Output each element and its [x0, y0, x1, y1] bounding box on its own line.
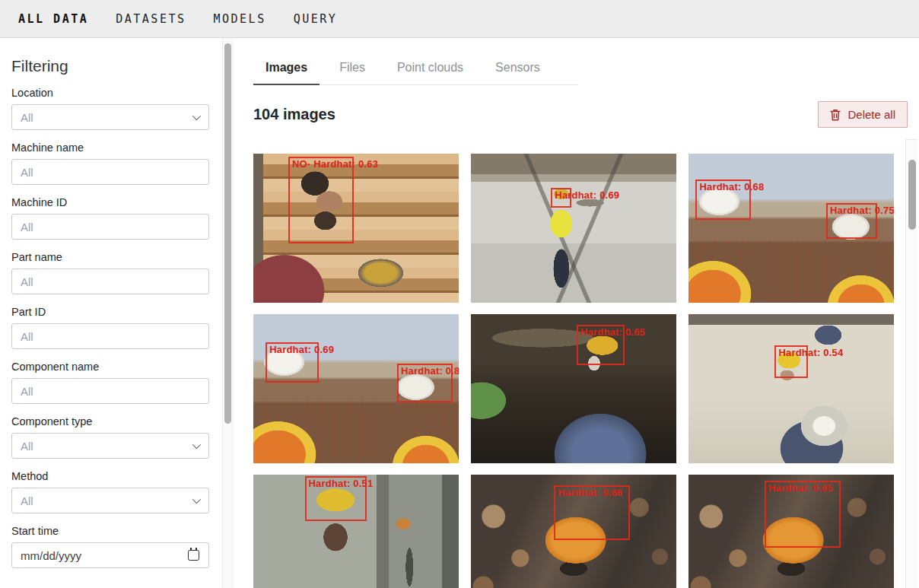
chevron-down-icon [192, 440, 201, 449]
nav-item-query[interactable]: QUERY [294, 12, 338, 26]
detection-label: Hardhat: 0.65 [580, 326, 645, 338]
grid-header: 104 images Delete all [253, 101, 908, 128]
image-count: 104 images [253, 106, 335, 123]
detection-label: Hardhat: 0.65 [768, 482, 833, 494]
detection-bbox: Hardhat: 0.75 [826, 203, 878, 239]
delete-all-label: Delete all [847, 108, 895, 121]
filter-label: Component name [11, 360, 210, 373]
top-nav: ALL DATA DATASETS MODELS QUERY [0, 0, 919, 38]
sidebar-scrollbar-thumb[interactable] [224, 43, 231, 424]
calendar-icon[interactable] [188, 550, 199, 561]
method-select[interactable]: All [11, 488, 209, 513]
main-scrollbar[interactable] [905, 139, 917, 588]
image-card[interactable]: Hardhat: 0.69 [471, 154, 676, 303]
machine-name-input[interactable] [11, 159, 209, 185]
detection-bbox: NO- Hardhat: 0.63 [288, 157, 354, 243]
detection-label: Hardhat: 0.69 [555, 189, 619, 201]
detection-bbox: Hardhat: 0.51 [305, 476, 367, 521]
part-name-input[interactable] [11, 269, 209, 294]
detection-bbox: Hardhat: 0.69 [266, 342, 319, 383]
tab-files[interactable]: Files [327, 61, 377, 85]
image-card[interactable]: Hardhat: 0.65 [688, 475, 894, 588]
filter-location: Location All [11, 86, 210, 130]
select-value: All [21, 494, 33, 507]
main-content: Images Files Point clouds Sensors 104 im… [236, 38, 919, 588]
tab-images[interactable]: Images [253, 61, 320, 85]
image-card[interactable]: NO- Hardhat: 0.63 [253, 154, 459, 303]
filter-machine-name: Machine name [11, 141, 210, 185]
detection-bbox: Hardhat: 0.54 [774, 345, 807, 378]
select-value: All [21, 440, 33, 453]
location-select[interactable]: All [11, 104, 209, 130]
detection-label: Hardhat: 0.54 [778, 347, 843, 358]
filter-label: Component type [11, 415, 210, 428]
image-card[interactable]: Hardhat: 0.65 [471, 314, 676, 463]
detection-label: Hardhat: 0.81 [401, 365, 459, 377]
image-card[interactable]: Hardhat: 0.68Hardhat: 0.75 [688, 154, 894, 303]
part-id-input[interactable] [11, 323, 209, 349]
filter-label: Method [11, 469, 210, 483]
detection-label: Hardhat: 0.51 [309, 478, 374, 489]
detection-bbox: Hardhat: 0.65 [577, 325, 625, 365]
filter-start-time: Start time mm/dd/yyyy [11, 524, 210, 568]
trash-icon [830, 109, 841, 121]
filter-component-type: Component type All [11, 415, 210, 459]
nav-item-all-data[interactable]: ALL DATA [18, 12, 88, 26]
filter-label: Part ID [11, 305, 210, 319]
detection-bbox: Hardhat: 0.66 [554, 485, 630, 541]
chevron-down-icon [192, 495, 201, 504]
filter-part-id: Part ID [11, 305, 210, 349]
filter-sidebar: Filtering Location All Machine name Mach… [0, 38, 222, 588]
main-scrollbar-thumb[interactable] [908, 160, 916, 230]
detection-label: NO- Hardhat: 0.63 [292, 158, 378, 170]
detection-label: Hardhat: 0.69 [269, 344, 334, 355]
detection-label: Hardhat: 0.68 [699, 181, 764, 192]
component-name-input[interactable] [11, 378, 209, 404]
machine-id-input[interactable] [11, 214, 209, 240]
filter-label: Start time [11, 524, 210, 538]
component-type-select[interactable]: All [11, 433, 209, 459]
select-value: All [21, 111, 33, 124]
image-card[interactable]: Hardhat: 0.51 [253, 475, 459, 588]
chevron-down-icon [192, 112, 201, 120]
start-time-input[interactable]: mm/dd/yyyy [11, 542, 209, 568]
nav-item-models[interactable]: MODELS [214, 12, 266, 26]
image-grid: NO- Hardhat: 0.63Hardhat: 0.69Hardhat: 0… [253, 154, 908, 588]
tab-sensors[interactable]: Sensors [483, 61, 552, 85]
detection-bbox: Hardhat: 0.68 [695, 180, 751, 220]
detection-bbox: Hardhat: 0.65 [765, 481, 841, 548]
tab-bar: Images Files Point clouds Sensors [253, 61, 578, 85]
detection-bbox: Hardhat: 0.81 [397, 364, 453, 402]
tab-point-clouds[interactable]: Point clouds [385, 61, 475, 85]
filter-label: Location [11, 86, 210, 100]
filter-machine-id: Machine ID [11, 195, 210, 240]
image-card[interactable]: Hardhat: 0.54 [688, 314, 894, 463]
detection-label: Hardhat: 0.66 [558, 487, 622, 498]
image-card[interactable]: Hardhat: 0.66 [471, 475, 676, 588]
detection-bbox: Hardhat: 0.69 [551, 188, 571, 207]
nav-item-datasets[interactable]: DATASETS [116, 12, 186, 26]
date-placeholder: mm/dd/yyyy [21, 549, 81, 562]
image-card[interactable]: Hardhat: 0.69Hardhat: 0.81 [253, 314, 459, 463]
detection-label: Hardhat: 0.75 [830, 205, 894, 216]
sidebar-scrollbar[interactable] [222, 38, 233, 588]
filter-label: Machine name [11, 141, 210, 154]
delete-all-button[interactable]: Delete all [818, 101, 908, 128]
filter-label: Part name [11, 250, 210, 264]
filter-part-name: Part name [11, 250, 210, 294]
filter-method: Method All [11, 469, 210, 513]
filter-component-name: Component name [11, 360, 210, 404]
sidebar-title: Filtering [11, 57, 210, 75]
filter-label: Machine ID [11, 195, 210, 209]
